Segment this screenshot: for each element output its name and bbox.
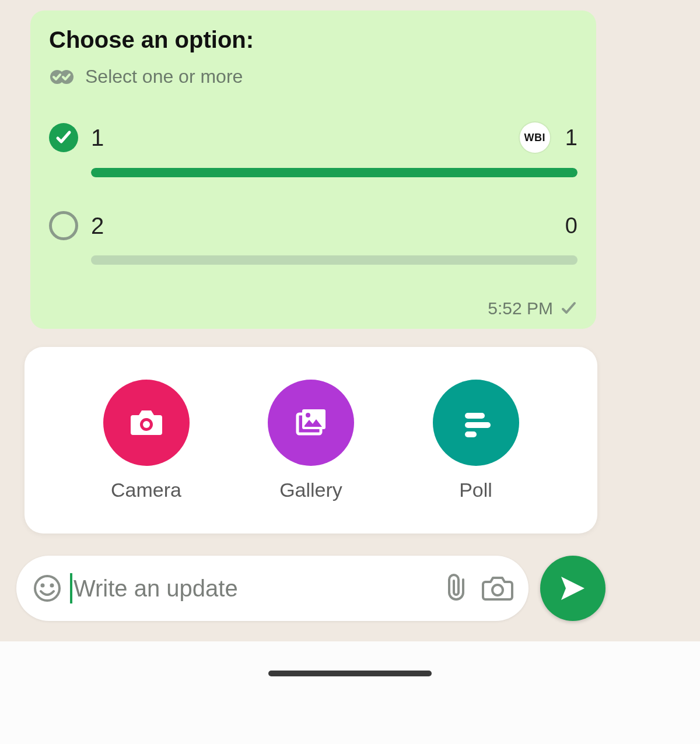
attachment-label: Gallery (279, 479, 342, 501)
poll-option-bar (91, 255, 578, 265)
camera-button[interactable] (481, 571, 514, 605)
poll-footer: 5:52 PM (49, 299, 578, 318)
attachment-label: Poll (459, 479, 492, 501)
svg-point-11 (41, 584, 45, 588)
attachment-label: Camera (111, 479, 181, 501)
home-indicator (268, 671, 432, 676)
svg-rect-8 (465, 422, 491, 428)
attachment-poll-button[interactable]: Poll (433, 380, 519, 501)
message-input-bar: Write an update (16, 556, 528, 621)
poll-option-check-selected-icon[interactable] (49, 123, 78, 152)
gallery-icon (268, 380, 354, 466)
text-cursor (70, 573, 72, 603)
poll-option[interactable]: 2 0 (49, 211, 578, 265)
svg-point-13 (492, 585, 503, 595)
attachment-camera-button[interactable]: Camera (103, 380, 190, 501)
poll-option-votes: 0 (565, 213, 578, 238)
svg-rect-9 (465, 431, 477, 437)
voter-avatar: WBI (520, 122, 550, 153)
attach-button[interactable] (441, 571, 475, 605)
svg-point-3 (143, 421, 150, 428)
svg-point-12 (50, 584, 54, 588)
poll-subtitle: Select one or more (85, 66, 243, 87)
poll-subtitle-row: Select one or more (49, 66, 578, 87)
emoji-button[interactable] (30, 571, 64, 605)
poll-timestamp: 5:52 PM (488, 299, 553, 318)
message-status-check-icon (560, 300, 578, 317)
poll-option-check-empty-icon[interactable] (49, 211, 78, 240)
attachment-panel: Camera Gallery Poll (24, 347, 597, 534)
poll-option-votes: 1 (565, 125, 578, 150)
poll-option-label: 1 (91, 125, 507, 151)
svg-point-10 (35, 576, 60, 601)
poll-option-bar (91, 168, 578, 177)
svg-point-6 (306, 413, 310, 417)
poll-option-label: 2 (91, 213, 552, 239)
poll-message-bubble: Choose an option: Select one or more 1 (30, 10, 596, 329)
camera-icon (103, 380, 190, 466)
double-check-icon (49, 68, 77, 86)
send-button[interactable] (540, 556, 606, 621)
poll-icon (433, 380, 519, 466)
system-bottom-area (0, 641, 700, 744)
poll-option[interactable]: 1 WBI 1 (49, 122, 578, 177)
send-icon (558, 573, 588, 603)
svg-rect-7 (465, 413, 485, 419)
message-input-placeholder: Write an update (74, 575, 238, 602)
attachment-gallery-button[interactable]: Gallery (268, 380, 354, 501)
poll-options: 1 WBI 1 2 0 (49, 122, 578, 265)
message-input[interactable]: Write an update (70, 556, 435, 621)
poll-title: Choose an option: (49, 27, 578, 53)
